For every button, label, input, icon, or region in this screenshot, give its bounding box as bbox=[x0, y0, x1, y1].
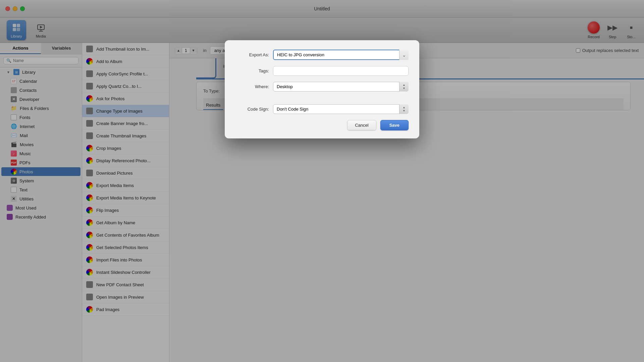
where-row: Where: Desktop ▲ ▼ bbox=[235, 82, 409, 92]
export-as-input-wrap: ⌄ bbox=[273, 50, 409, 60]
save-dialog: Export As: ⌄ Tags: Where: Desktop ▲ ▼ bbox=[225, 40, 419, 138]
export-as-label: Export As: bbox=[235, 52, 269, 57]
export-as-expand-icon[interactable]: ⌄ bbox=[399, 50, 409, 60]
code-sign-dropdown[interactable]: Don't Code Sign bbox=[273, 104, 409, 114]
export-as-row: Export As: ⌄ bbox=[235, 50, 409, 60]
save-button[interactable]: Save bbox=[380, 120, 409, 130]
export-as-input[interactable] bbox=[273, 50, 409, 60]
tags-row: Tags: bbox=[235, 66, 409, 76]
dialog-buttons: Cancel Save bbox=[235, 120, 409, 130]
code-sign-dropdown-wrap: Don't Code Sign ▲ ▼ bbox=[273, 104, 409, 114]
where-dropdown[interactable]: Desktop bbox=[273, 82, 409, 92]
modal-overlay: Export As: ⌄ Tags: Where: Desktop ▲ ▼ bbox=[0, 0, 644, 362]
code-sign-row: Code Sign: Don't Code Sign ▲ ▼ bbox=[235, 104, 409, 114]
where-label: Where: bbox=[235, 84, 269, 89]
where-dropdown-wrap: Desktop ▲ ▼ bbox=[273, 82, 409, 92]
tags-label: Tags: bbox=[235, 68, 269, 73]
tags-input[interactable] bbox=[273, 66, 409, 76]
cancel-button[interactable]: Cancel bbox=[347, 120, 376, 130]
code-sign-label: Code Sign: bbox=[235, 107, 269, 112]
